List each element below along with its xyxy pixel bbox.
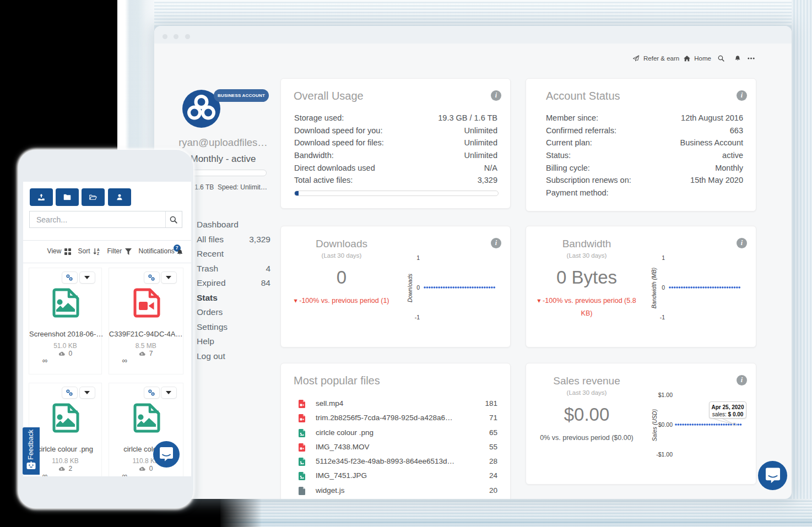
svg-text:A: A	[97, 248, 100, 252]
svg-text:Z: Z	[97, 252, 99, 256]
